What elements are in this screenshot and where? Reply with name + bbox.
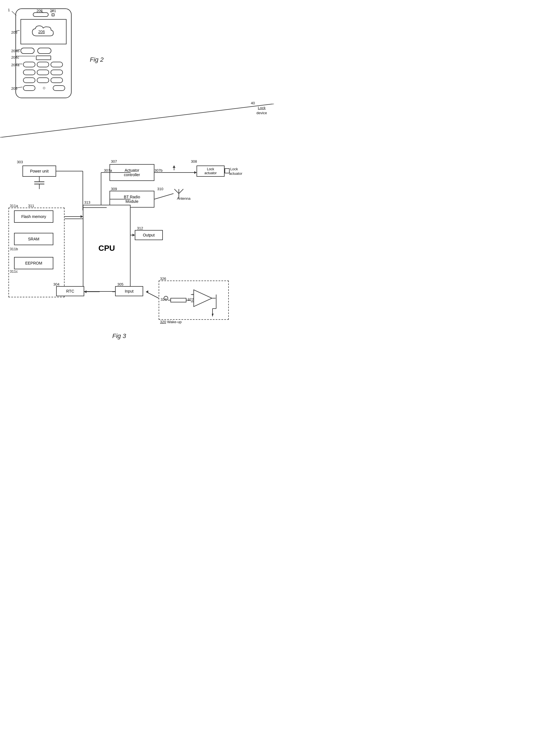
- label-lock-device: Lock: [258, 106, 265, 110]
- key-8[interactable]: [37, 77, 49, 83]
- label-310: 310: [157, 187, 163, 191]
- label-311: 311: [28, 204, 34, 208]
- label-lock-actuator-text2: actuator: [229, 171, 242, 176]
- keypad-row2: [23, 70, 63, 75]
- actuator-controller-label: Actuator controller: [124, 168, 140, 177]
- key-3[interactable]: [51, 62, 63, 67]
- svg-marker-40: [194, 171, 196, 174]
- fig2-title: Fig 2: [90, 56, 104, 63]
- cpu-box: CPU: [83, 205, 130, 292]
- label-307a: 307a: [104, 168, 112, 173]
- svg-line-7: [174, 189, 179, 194]
- nav-buttons-row: [20, 48, 51, 54]
- keypad-row1: [23, 62, 63, 67]
- label-324: 324: [160, 297, 167, 302]
- label-203: 203: [11, 30, 17, 35]
- svg-text:206: 206: [38, 29, 45, 34]
- input-label: Input: [125, 289, 133, 293]
- svg-rect-11: [171, 298, 186, 302]
- diagonal-separator: [0, 104, 274, 137]
- label-304: 304: [53, 282, 59, 286]
- phone-speaker: [33, 12, 49, 17]
- input-box: Input: [115, 286, 143, 296]
- phone-camera: [52, 13, 54, 16]
- label-40: 40: [251, 101, 255, 105]
- label-204a: 204a: [11, 63, 19, 67]
- key-5[interactable]: [37, 70, 49, 75]
- eeprom-box: EEPROM: [14, 257, 53, 269]
- label-312: 312: [137, 226, 143, 230]
- svg-marker-13: [194, 290, 212, 307]
- label-305: 305: [117, 282, 123, 286]
- key-star[interactable]: [23, 85, 35, 91]
- svg-line-9: [179, 189, 183, 194]
- label-1: 1: [8, 8, 10, 12]
- label-322: 322: [187, 297, 194, 302]
- page: 206 1 202 201 203 204b 204c 204a 205 Fi: [0, 0, 274, 378]
- power-unit-box: Power unit: [22, 166, 56, 177]
- cloud-icon: 206: [31, 24, 56, 40]
- label-303: 303: [17, 160, 23, 164]
- svg-line-50: [146, 292, 159, 298]
- rtc-box: RTC: [56, 286, 84, 296]
- nav-btn-right[interactable]: [37, 48, 51, 54]
- phone-screen: 206: [20, 19, 66, 44]
- key-hash[interactable]: [53, 85, 65, 91]
- svg-line-44: [154, 194, 173, 199]
- key-7[interactable]: [23, 77, 35, 83]
- label-205: 205: [11, 86, 17, 91]
- capacitor-symbol: [33, 177, 45, 191]
- label-204c: 204c: [11, 55, 19, 59]
- label-308: 308: [191, 159, 197, 164]
- label-201: 201: [50, 9, 56, 13]
- svg-marker-46: [132, 234, 135, 236]
- svg-marker-53: [81, 215, 83, 218]
- svg-marker-51: [146, 290, 148, 293]
- key-9[interactable]: [51, 77, 63, 83]
- eeprom-label: EEPROM: [25, 261, 42, 265]
- output-label: Output: [143, 233, 155, 237]
- antenna-symbol: [173, 188, 184, 199]
- keypad-row4: [23, 85, 65, 91]
- label-309: 309: [111, 187, 117, 191]
- label-311c: 311c: [10, 269, 18, 274]
- wakeup-feedback: [212, 295, 220, 317]
- label-326: 326: [160, 277, 166, 281]
- keypad-row3: [23, 77, 63, 83]
- svg-marker-42: [173, 166, 175, 168]
- bt-radio-label: BT Radio Module: [124, 195, 140, 204]
- label-307: 307: [111, 159, 117, 164]
- label-311b: 311b: [10, 247, 18, 251]
- sram-label: SRAM: [28, 237, 39, 241]
- sram-box: SRAM: [14, 233, 53, 245]
- label-204b: 204b: [11, 49, 19, 53]
- key-dot: [43, 87, 45, 89]
- lock-actuator-box: Lock actuator: [196, 166, 224, 177]
- label-202: 202: [36, 9, 43, 13]
- fig3-title: Fig 3: [112, 332, 126, 340]
- label-307b: 307b: [154, 168, 162, 173]
- output-box: Output: [135, 230, 163, 240]
- key-6[interactable]: [51, 70, 63, 75]
- cpu-label: CPU: [98, 244, 115, 253]
- center-btn[interactable]: [36, 56, 51, 60]
- label-lock-device2: device: [256, 111, 267, 115]
- flash-memory-label: Flash memory: [21, 214, 46, 219]
- svg-text:+: +: [192, 293, 194, 297]
- flash-memory-box: Flash memory: [14, 210, 53, 223]
- key-4[interactable]: [23, 70, 35, 75]
- rtc-label: RTC: [66, 289, 74, 293]
- svg-line-1: [0, 104, 274, 137]
- power-unit-label: Power unit: [30, 169, 49, 173]
- label-311a: 311a: [10, 204, 18, 208]
- actuator-controller-box: Actuator controller: [109, 164, 154, 181]
- label-lock-actuator-text: Lock: [230, 167, 238, 171]
- label-320: 320 Wake-up: [160, 320, 182, 324]
- lock-actuator-label: Lock actuator: [204, 167, 216, 175]
- label-313: 313: [84, 200, 90, 204]
- key-1[interactable]: [23, 62, 35, 67]
- nav-btn-left[interactable]: [20, 48, 35, 54]
- key-2[interactable]: [37, 62, 49, 67]
